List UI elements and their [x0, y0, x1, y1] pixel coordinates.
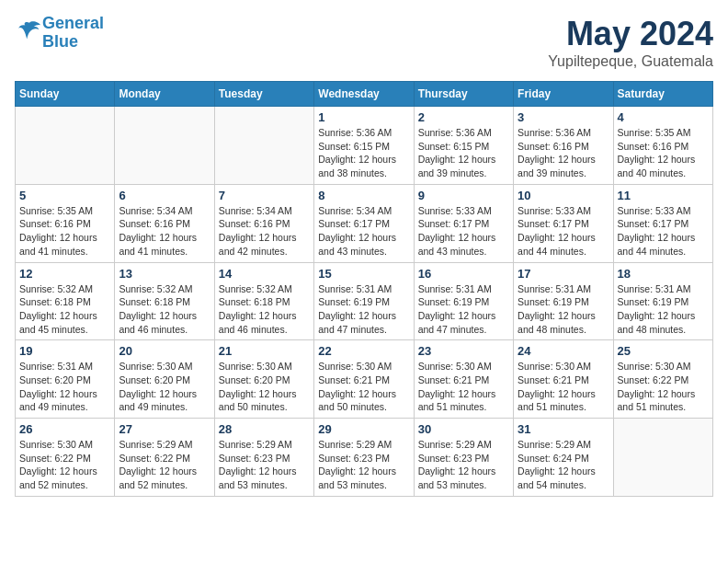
day-number: 1	[318, 110, 409, 124]
day-info: Sunrise: 5:30 AMSunset: 6:21 PMDaylight:…	[518, 360, 609, 414]
day-number: 16	[418, 267, 509, 281]
day-info: Sunrise: 5:31 AMSunset: 6:19 PMDaylight:…	[518, 282, 609, 337]
day-number: 3	[518, 110, 609, 124]
day-info: Sunrise: 5:29 AMSunset: 6:23 PMDaylight:…	[418, 438, 509, 492]
weekday-header-friday: Friday	[514, 82, 613, 107]
calendar-cell: 4Sunrise: 5:35 AMSunset: 6:16 PMDaylight…	[613, 107, 712, 185]
day-number: 25	[618, 344, 709, 358]
weekday-header-row: SundayMondayTuesdayWednesdayThursdayFrid…	[16, 82, 713, 107]
calendar-cell: 16Sunrise: 5:31 AMSunset: 6:19 PMDayligh…	[414, 262, 513, 340]
weekday-header-wednesday: Wednesday	[314, 82, 414, 107]
calendar-cell	[16, 107, 115, 185]
day-info: Sunrise: 5:33 AMSunset: 6:17 PMDaylight:…	[518, 204, 609, 259]
day-number: 10	[518, 189, 609, 202]
day-info: Sunrise: 5:35 AMSunset: 6:16 PMDaylight:…	[618, 126, 709, 180]
page-header: General Blue May 2024 Yupiltepeque, Guat…	[15, 15, 713, 70]
day-number: 20	[119, 344, 210, 358]
day-info: Sunrise: 5:30 AMSunset: 6:20 PMDaylight:…	[119, 360, 210, 414]
calendar-week-row: 12Sunrise: 5:32 AMSunset: 6:18 PMDayligh…	[16, 262, 713, 340]
day-number: 12	[19, 267, 110, 281]
day-info: Sunrise: 5:31 AMSunset: 6:19 PMDaylight:…	[418, 282, 509, 337]
day-number: 5	[19, 189, 110, 202]
calendar-cell: 8Sunrise: 5:34 AMSunset: 6:17 PMDaylight…	[314, 184, 414, 262]
calendar-cell: 17Sunrise: 5:31 AMSunset: 6:19 PMDayligh…	[514, 262, 613, 340]
calendar-cell: 31Sunrise: 5:29 AMSunset: 6:24 PMDayligh…	[514, 419, 613, 497]
day-number: 24	[518, 344, 609, 358]
day-info: Sunrise: 5:30 AMSunset: 6:22 PMDaylight:…	[618, 360, 709, 414]
day-number: 6	[119, 189, 210, 202]
calendar-cell: 20Sunrise: 5:30 AMSunset: 6:20 PMDayligh…	[115, 340, 214, 419]
day-info: Sunrise: 5:31 AMSunset: 6:19 PMDaylight:…	[618, 282, 709, 337]
calendar-title: May 2024	[548, 15, 713, 53]
day-info: Sunrise: 5:33 AMSunset: 6:17 PMDaylight:…	[418, 204, 509, 259]
weekday-header-thursday: Thursday	[414, 82, 513, 107]
day-info: Sunrise: 5:32 AMSunset: 6:18 PMDaylight:…	[19, 282, 110, 337]
day-info: Sunrise: 5:34 AMSunset: 6:17 PMDaylight:…	[318, 204, 409, 259]
day-info: Sunrise: 5:32 AMSunset: 6:18 PMDaylight:…	[219, 282, 310, 337]
day-info: Sunrise: 5:36 AMSunset: 6:15 PMDaylight:…	[418, 126, 509, 180]
calendar-cell: 30Sunrise: 5:29 AMSunset: 6:23 PMDayligh…	[414, 419, 513, 497]
day-number: 23	[418, 344, 509, 358]
calendar-week-row: 5Sunrise: 5:35 AMSunset: 6:16 PMDaylight…	[16, 184, 713, 262]
day-info: Sunrise: 5:29 AMSunset: 6:23 PMDaylight:…	[219, 438, 310, 492]
day-number: 22	[318, 344, 409, 358]
calendar-table: SundayMondayTuesdayWednesdayThursdayFrid…	[15, 81, 713, 497]
calendar-cell: 10Sunrise: 5:33 AMSunset: 6:17 PMDayligh…	[514, 184, 613, 262]
calendar-cell: 28Sunrise: 5:29 AMSunset: 6:23 PMDayligh…	[214, 419, 313, 497]
day-info: Sunrise: 5:30 AMSunset: 6:22 PMDaylight:…	[19, 438, 110, 492]
day-number: 27	[119, 422, 210, 436]
calendar-cell: 3Sunrise: 5:36 AMSunset: 6:16 PMDaylight…	[514, 107, 613, 185]
calendar-cell: 21Sunrise: 5:30 AMSunset: 6:20 PMDayligh…	[214, 340, 313, 419]
day-info: Sunrise: 5:29 AMSunset: 6:23 PMDaylight:…	[318, 438, 409, 492]
bird-icon	[17, 18, 42, 44]
day-number: 31	[518, 422, 609, 436]
day-number: 4	[618, 110, 709, 124]
calendar-cell: 5Sunrise: 5:35 AMSunset: 6:16 PMDaylight…	[16, 184, 115, 262]
day-info: Sunrise: 5:34 AMSunset: 6:16 PMDaylight:…	[219, 204, 310, 259]
day-number: 13	[119, 267, 210, 281]
day-number: 2	[418, 110, 509, 124]
day-number: 14	[219, 267, 310, 281]
calendar-cell: 13Sunrise: 5:32 AMSunset: 6:18 PMDayligh…	[115, 262, 214, 340]
calendar-cell: 7Sunrise: 5:34 AMSunset: 6:16 PMDaylight…	[214, 184, 313, 262]
calendar-cell: 27Sunrise: 5:29 AMSunset: 6:22 PMDayligh…	[115, 419, 214, 497]
calendar-cell	[115, 107, 214, 185]
weekday-header-tuesday: Tuesday	[214, 82, 313, 107]
calendar-cell: 2Sunrise: 5:36 AMSunset: 6:15 PMDaylight…	[414, 107, 513, 185]
calendar-cell: 24Sunrise: 5:30 AMSunset: 6:21 PMDayligh…	[514, 340, 613, 419]
day-info: Sunrise: 5:29 AMSunset: 6:24 PMDaylight:…	[518, 438, 609, 492]
calendar-cell: 19Sunrise: 5:31 AMSunset: 6:20 PMDayligh…	[16, 340, 115, 419]
day-info: Sunrise: 5:36 AMSunset: 6:16 PMDaylight:…	[518, 126, 609, 180]
calendar-cell: 14Sunrise: 5:32 AMSunset: 6:18 PMDayligh…	[214, 262, 313, 340]
day-number: 29	[318, 422, 409, 436]
calendar-cell: 11Sunrise: 5:33 AMSunset: 6:17 PMDayligh…	[613, 184, 712, 262]
title-block: May 2024 Yupiltepeque, Guatemala	[548, 15, 713, 70]
calendar-cell	[214, 107, 313, 185]
logo-text: General Blue	[42, 15, 104, 52]
weekday-header-monday: Monday	[115, 82, 214, 107]
day-info: Sunrise: 5:36 AMSunset: 6:15 PMDaylight:…	[318, 126, 409, 180]
calendar-cell: 25Sunrise: 5:30 AMSunset: 6:22 PMDayligh…	[613, 340, 712, 419]
day-number: 21	[219, 344, 310, 358]
day-info: Sunrise: 5:34 AMSunset: 6:16 PMDaylight:…	[119, 204, 210, 259]
day-number: 26	[19, 422, 110, 436]
day-number: 17	[518, 267, 609, 281]
day-number: 9	[418, 189, 509, 202]
calendar-location: Yupiltepeque, Guatemala	[548, 53, 713, 70]
calendar-cell: 12Sunrise: 5:32 AMSunset: 6:18 PMDayligh…	[16, 262, 115, 340]
day-number: 30	[418, 422, 509, 436]
calendar-cell	[613, 419, 712, 497]
day-info: Sunrise: 5:32 AMSunset: 6:18 PMDaylight:…	[119, 282, 210, 337]
day-info: Sunrise: 5:30 AMSunset: 6:21 PMDaylight:…	[418, 360, 509, 414]
calendar-week-row: 26Sunrise: 5:30 AMSunset: 6:22 PMDayligh…	[16, 419, 713, 497]
calendar-cell: 29Sunrise: 5:29 AMSunset: 6:23 PMDayligh…	[314, 419, 414, 497]
calendar-cell: 1Sunrise: 5:36 AMSunset: 6:15 PMDaylight…	[314, 107, 414, 185]
calendar-week-row: 1Sunrise: 5:36 AMSunset: 6:15 PMDaylight…	[16, 107, 713, 185]
day-info: Sunrise: 5:30 AMSunset: 6:21 PMDaylight:…	[318, 360, 409, 414]
day-info: Sunrise: 5:29 AMSunset: 6:22 PMDaylight:…	[119, 438, 210, 492]
day-number: 8	[318, 189, 409, 202]
day-info: Sunrise: 5:35 AMSunset: 6:16 PMDaylight:…	[19, 204, 110, 259]
calendar-cell: 15Sunrise: 5:31 AMSunset: 6:19 PMDayligh…	[314, 262, 414, 340]
day-number: 15	[318, 267, 409, 281]
day-number: 7	[219, 189, 310, 202]
